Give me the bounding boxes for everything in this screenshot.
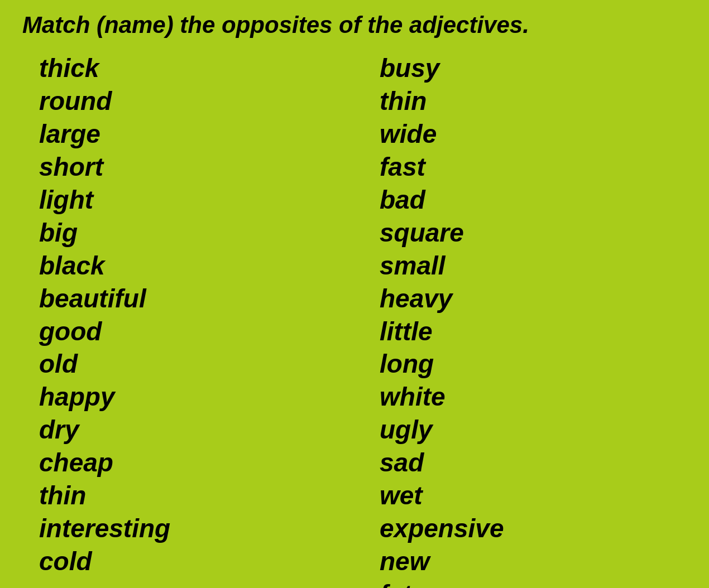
list-item: new xyxy=(380,546,687,577)
list-item: happy xyxy=(39,381,346,413)
list-item: thick xyxy=(39,52,346,84)
list-item: big xyxy=(39,217,346,249)
word-columns: thickroundlargeshortlightbigblackbeautif… xyxy=(22,52,687,588)
list-item: long xyxy=(380,348,687,380)
list-item: little xyxy=(380,316,687,348)
list-item: cold xyxy=(39,546,346,577)
list-item: fat xyxy=(380,579,687,588)
list-item: interesting xyxy=(39,513,346,544)
list-item: ugly xyxy=(380,414,687,446)
list-item: wet xyxy=(380,480,687,512)
list-item: heavy xyxy=(380,283,687,315)
list-item: old xyxy=(39,348,346,380)
right-column: busythinwidefastbadsquaresmallheavylittl… xyxy=(346,52,687,588)
list-item: dry xyxy=(39,414,346,446)
list-item: expensive xyxy=(380,513,687,544)
list-item: thin xyxy=(39,480,346,512)
list-item: good xyxy=(39,316,346,348)
list-item: thin xyxy=(380,85,687,117)
list-item: beautiful xyxy=(39,283,346,315)
list-item: round xyxy=(39,85,346,117)
list-item: fast xyxy=(380,151,687,183)
list-item: large xyxy=(39,118,346,150)
list-item: bad xyxy=(380,184,687,216)
list-item: sad xyxy=(380,447,687,479)
left-column: thickroundlargeshortlightbigblackbeautif… xyxy=(22,52,346,588)
list-item: short xyxy=(39,151,346,183)
list-item: cheap xyxy=(39,447,346,479)
list-item: easy xyxy=(39,579,346,588)
list-item: light xyxy=(39,184,346,216)
list-item: square xyxy=(380,217,687,249)
page-title: Match (name) the opposites of the adject… xyxy=(22,11,687,39)
list-item: black xyxy=(39,250,346,282)
list-item: small xyxy=(380,250,687,282)
list-item: white xyxy=(380,381,687,413)
list-item: wide xyxy=(380,118,687,150)
list-item: busy xyxy=(380,52,687,84)
